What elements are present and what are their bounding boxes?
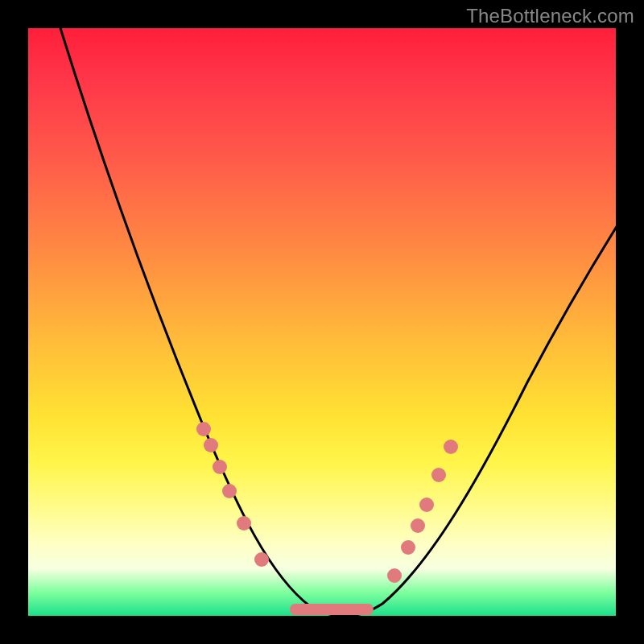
marker-dot xyxy=(222,484,237,498)
plot-area xyxy=(28,28,616,616)
marker-dot xyxy=(204,438,218,452)
marker-dot xyxy=(254,552,269,567)
marker-dot xyxy=(213,460,227,474)
bottleneck-curve xyxy=(60,28,620,616)
marker-dot xyxy=(431,468,446,482)
marker-dot xyxy=(419,497,434,512)
watermark-text: TheBottleneck.com xyxy=(466,5,634,27)
marker-dot xyxy=(237,516,251,530)
marker-dot xyxy=(401,540,415,555)
chart-frame: TheBottleneck.com xyxy=(0,0,644,644)
marker-dot xyxy=(411,518,425,533)
marker-dot xyxy=(196,422,211,436)
marker-dot xyxy=(387,568,402,583)
curve-svg xyxy=(28,28,616,616)
marker-dot xyxy=(444,440,458,454)
